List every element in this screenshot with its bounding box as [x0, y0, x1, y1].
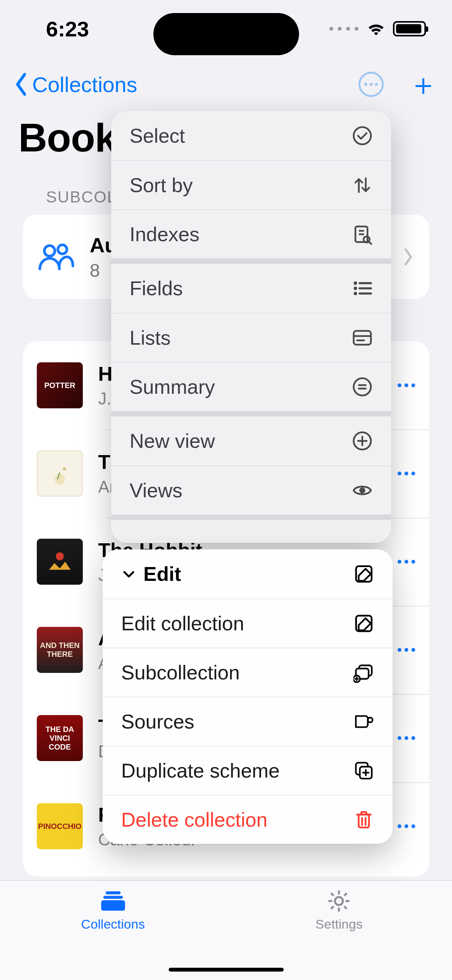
svg-point-38 [359, 487, 365, 493]
svg-line-22 [369, 242, 371, 244]
context-menu-view: Select Sort by Indexes Fields Lists Summ… [111, 111, 391, 543]
card-list-icon [352, 327, 373, 348]
equals-circle-icon [352, 377, 373, 397]
svg-point-32 [354, 378, 371, 396]
doc-search-icon [352, 224, 373, 245]
menu-item-delete-collection[interactable]: Delete collection [103, 795, 393, 844]
chevron-down-icon [121, 566, 136, 582]
menu-item-views[interactable]: Views [111, 465, 391, 515]
list-bullet-icon [352, 278, 373, 299]
menu-item-duplicate-scheme[interactable]: Duplicate scheme [103, 746, 393, 795]
menu-item-summary[interactable]: Summary [111, 362, 391, 411]
menu-item-lists[interactable]: Lists [111, 313, 391, 362]
svg-rect-29 [354, 331, 371, 345]
menu-item-sources[interactable]: Sources [103, 697, 393, 746]
menu-item-peek[interactable] [111, 520, 391, 543]
eye-icon [352, 480, 373, 501]
menu-item-subcollection[interactable]: Subcollection [103, 648, 393, 697]
duplicate-plus-icon [353, 760, 374, 781]
sort-arrows-icon [352, 175, 373, 196]
menu-item-edit-collection[interactable]: Edit collection [103, 599, 393, 648]
edit-square-icon [353, 564, 374, 584]
svg-point-24 [354, 287, 357, 290]
stack-plus-icon [353, 662, 374, 683]
edit-square-icon [353, 613, 374, 634]
plus-circle-icon [352, 431, 373, 451]
menu-item-sort[interactable]: Sort by [111, 160, 391, 209]
check-circle-icon [352, 125, 373, 146]
menu-edit-header[interactable]: Edit [103, 549, 393, 599]
svg-rect-50 [359, 815, 369, 828]
menu-item-select[interactable]: Select [111, 111, 391, 160]
menu-item-new-view[interactable]: New view [111, 416, 391, 465]
svg-point-25 [354, 292, 357, 295]
menu-item-indexes[interactable]: Indexes [111, 209, 391, 258]
menu-item-fields[interactable]: Fields [111, 264, 391, 313]
svg-point-23 [354, 281, 357, 285]
svg-point-17 [354, 127, 371, 145]
trash-icon [353, 809, 374, 830]
context-menu-edit: Edit Edit collection Subcollection Sourc… [103, 549, 393, 844]
puzzle-icon [353, 711, 374, 732]
